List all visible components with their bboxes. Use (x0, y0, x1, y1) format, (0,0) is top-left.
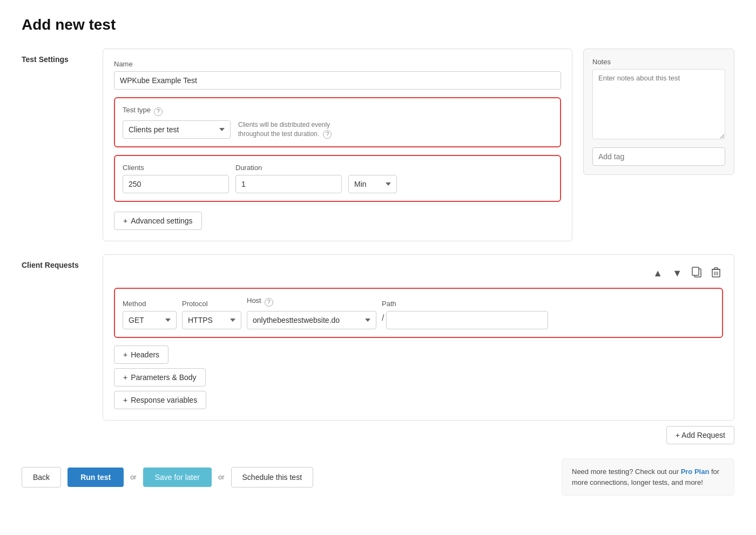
host-label: Host (247, 296, 261, 304)
duration-unit-select[interactable]: Min Sec Hour (348, 175, 397, 193)
move-up-button[interactable]: ▲ (651, 266, 665, 281)
clients-field-group: Clients (123, 164, 229, 193)
footer: Back Run test or Save for later or Sched… (22, 450, 734, 504)
tag-input[interactable] (592, 147, 725, 166)
parameters-label: Parameters & Body (131, 373, 196, 382)
advanced-settings-label: Advanced settings (131, 216, 192, 225)
test-settings-label: Test Settings (22, 49, 92, 241)
host-help-icon[interactable]: ? (265, 298, 273, 307)
footer-actions: Back Run test or Save for later or Sched… (22, 467, 313, 487)
headers-button[interactable]: + Headers (114, 346, 168, 364)
test-type-label: Test type (123, 106, 151, 114)
protocol-label: Protocol (182, 300, 241, 308)
or-text-2: or (218, 473, 225, 481)
back-button[interactable]: Back (22, 467, 61, 487)
schedule-test-button[interactable]: Schedule this test (231, 467, 314, 487)
response-variables-button[interactable]: + Response variables (114, 391, 206, 409)
host-field-group: Host ? onlythebesttestwebsite.do (247, 296, 376, 329)
pro-plan-link[interactable]: Pro Plan (681, 468, 710, 476)
protocol-field-group: Protocol HTTPS HTTP (182, 300, 241, 329)
clients-label: Clients (123, 164, 229, 172)
client-requests-label: Client Requests (22, 254, 92, 421)
name-field-group: Name (114, 60, 561, 90)
save-for-later-button[interactable]: Save for later (143, 468, 212, 487)
notes-label: Notes (592, 58, 725, 66)
advanced-settings-button[interactable]: + Advanced settings (114, 212, 202, 230)
promo-box: Need more testing? Check out our Pro Pla… (562, 458, 734, 496)
notes-textarea[interactable] (592, 69, 725, 139)
path-label: Path (382, 300, 548, 308)
name-input[interactable] (114, 71, 561, 90)
svg-rect-1 (692, 267, 699, 275)
test-type-box: Test type ? Clients per test Clients per… (114, 97, 561, 147)
clients-input[interactable] (123, 175, 229, 193)
or-text-1: or (130, 473, 137, 481)
path-field-group: Path / (382, 300, 548, 329)
method-label: Method (123, 300, 177, 308)
test-settings-card: Name Test type ? Clients per test Client… (103, 49, 572, 241)
client-requests-section: Client Requests ▲ ▼ (22, 254, 734, 421)
requests-header: ▲ ▼ (114, 266, 723, 281)
path-input[interactable] (386, 311, 548, 329)
host-select[interactable]: onlythebesttestwebsite.do (247, 311, 376, 329)
duration-unit-group: Min Sec Hour (348, 164, 397, 193)
slash-separator: / (382, 313, 384, 328)
name-label: Name (114, 60, 561, 68)
parameters-button[interactable]: + Parameters & Body (114, 368, 206, 387)
response-variables-label: Response variables (131, 396, 197, 404)
method-field-group: Method GET POST PUT DELETE PATCH (123, 300, 177, 329)
add-request-button[interactable]: + Add Request (666, 426, 734, 444)
test-type-hint-icon[interactable]: ? (323, 130, 332, 139)
duration-label: Duration (235, 164, 342, 172)
requests-card: ▲ ▼ (103, 254, 734, 421)
copy-button[interactable] (690, 266, 704, 281)
test-type-help-icon[interactable]: ? (154, 107, 163, 116)
duration-input[interactable] (235, 175, 342, 193)
expand-buttons-group: + Headers + Parameters & Body + Response… (114, 346, 723, 409)
tag-field-group (592, 147, 725, 166)
headers-label: Headers (131, 350, 159, 359)
protocol-select[interactable]: HTTPS HTTP (182, 311, 241, 329)
request-config-box: Method GET POST PUT DELETE PATCH Protoco… (114, 288, 723, 338)
plus-icon-response: + (123, 396, 127, 404)
delete-button[interactable] (709, 266, 723, 281)
notes-panel: Notes (583, 49, 734, 241)
notes-card: Notes (583, 49, 734, 175)
page-title: Add new test (22, 16, 734, 33)
test-type-select[interactable]: Clients per test Clients per second Fixe… (123, 120, 231, 139)
clients-duration-box: Clients Duration Min Sec Hour (114, 155, 561, 202)
plus-icon-headers: + (123, 350, 127, 359)
duration-field-group: Duration (235, 164, 342, 193)
promo-text: Need more testing? Check out our (572, 468, 679, 476)
plus-icon: + (123, 216, 127, 225)
move-down-button[interactable]: ▼ (670, 266, 684, 281)
add-request-label: + Add Request (676, 431, 725, 439)
add-request-row: + Add Request (22, 426, 734, 444)
method-select[interactable]: GET POST PUT DELETE PATCH (123, 311, 177, 329)
plus-icon-parameters: + (123, 373, 127, 382)
test-type-hint: Clients will be distributed evenly throu… (238, 120, 346, 139)
run-test-button[interactable]: Run test (68, 468, 124, 487)
